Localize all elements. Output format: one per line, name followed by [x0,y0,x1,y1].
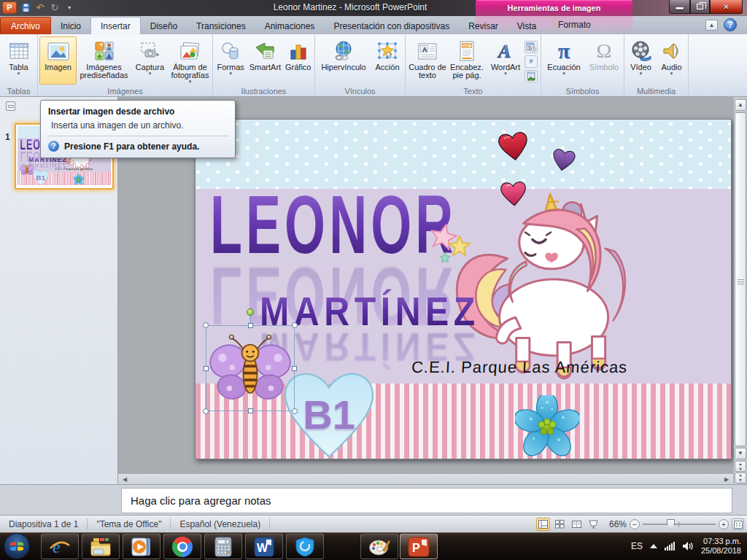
resize-handle-ne[interactable] [292,322,298,328]
help-button[interactable]: ? [724,18,737,31]
zoom-percentage[interactable]: 66% [609,519,627,529]
group-badge-text[interactable]: B1 [282,391,376,438]
restore-button[interactable] [690,0,710,14]
tab-animaciones[interactable]: Animaciones [255,18,325,34]
resize-handle-nw[interactable] [203,322,209,328]
zoom-out-button[interactable]: − [630,519,640,529]
wordart-button[interactable]: A WordArt [487,36,524,85]
taskbar-media-player[interactable] [123,534,160,559]
taskbar-chrome[interactable] [163,534,201,559]
group-label-multimedia: Multimedia [624,87,688,96]
photo-album-button[interactable]: Álbum de fotografías [169,36,211,85]
resize-handle-sw[interactable] [203,408,209,414]
purple-heart-image[interactable] [551,147,576,172]
resize-handle-w[interactable] [204,366,209,371]
zoom-slider-thumb[interactable] [667,519,675,529]
action-button[interactable]: Acción [371,36,403,85]
smartart-button[interactable]: SmartArt [247,36,282,85]
zoom-slider[interactable] [643,519,716,529]
shapes-button[interactable]: Formas [214,36,247,85]
previous-slide-button[interactable]: ▲▲ [735,461,746,472]
show-hidden-icons-button[interactable] [650,544,657,548]
resize-handle-s[interactable] [248,408,253,413]
vertical-scrollbar[interactable]: ▲ ▼ ▲▲ ▼▼ [734,97,747,484]
flower-image[interactable] [515,395,579,458]
school-name-text[interactable]: C.E.I. Parque Las Américas [55,168,96,171]
next-slide-button[interactable]: ▼▼ [735,472,746,483]
reading-view-button[interactable] [570,518,584,531]
taskbar-internet-explorer[interactable]: e [41,534,79,559]
status-language[interactable]: Español (Venezuela) [171,518,270,530]
tab-vista[interactable]: Vista [508,18,546,34]
date-time-icon[interactable]: 5 [525,41,538,53]
insert-object-icon[interactable] [525,70,538,82]
taskbar-paint[interactable] [360,534,398,559]
resize-handle-e[interactable] [292,366,297,371]
network-icon[interactable] [665,542,675,551]
minimize-button[interactable]: ▬ [669,0,690,14]
zoom-in-button[interactable]: + [719,519,729,529]
tab-presentacion[interactable]: Presentación con diapositivas [324,18,459,34]
slide-canvas[interactable]: LEONOR LEONOR [195,119,732,459]
tab-revisar[interactable]: Revisar [459,18,508,34]
group-label-ilustraciones: Ilustraciones [213,87,314,96]
start-button[interactable] [4,533,30,559]
paint-icon [368,537,390,556]
collapse-panel-button[interactable]: ▭ [6,101,15,111]
normal-view-button[interactable] [536,518,550,531]
slide-sorter-view-button[interactable] [553,518,567,531]
notes-bar: Haga clic para agregar notas [0,484,747,515]
status-theme[interactable]: "Tema de Office" [88,518,171,530]
school-name-text[interactable]: C.E.I. Parque Las Américas [411,358,645,377]
clock[interactable]: 07:33 p.m. 25/08/2018 [701,537,741,556]
smartart-icon [255,39,275,63]
close-button[interactable]: ✕ [710,0,743,14]
scroll-down-icon[interactable]: ▼ [735,448,746,459]
tab-inicio[interactable]: Inicio [51,18,90,34]
tab-transiciones[interactable]: Transiciones [187,18,255,34]
scroll-left-icon[interactable]: ◀ [120,475,130,484]
tooltip-description: Inserta una imagen de un archivo. [41,119,235,136]
scroll-right-icon[interactable]: ▶ [721,475,732,484]
video-button[interactable]: Vídeo [626,36,656,85]
equation-button[interactable]: π Ecuación [543,36,585,85]
red-heart-image[interactable] [497,130,530,162]
tab-diseno[interactable]: Diseño [141,18,187,34]
group-badge-text[interactable]: B1 [33,174,50,182]
taskbar-powerpoint[interactable]: P [400,534,438,559]
scroll-up-icon[interactable]: ▲ [735,99,746,111]
language-indicator[interactable]: ES [631,541,643,551]
horizontal-scrollbar[interactable]: ◀ ▶ [118,473,733,484]
resize-handle-n[interactable] [248,323,253,328]
tab-formato[interactable]: Formato [549,17,600,33]
status-slide-info[interactable]: Diapositiva 1 de 1 [0,518,88,530]
clipart-button[interactable]: Imágenes prediseñadas [77,36,131,85]
butterfly-image[interactable] [20,163,34,176]
chart-button[interactable]: Gráfico [284,36,313,85]
header-footer-button[interactable]: Encabez. pie pág. [447,36,487,85]
taskbar-windows-explorer[interactable] [82,534,120,559]
taskbar-calculator[interactable]: 0 [204,534,242,559]
flower-image[interactable] [73,174,84,185]
tab-insertar[interactable]: Insertar [90,17,141,34]
audio-button[interactable]: Audio [657,36,686,85]
taskbar-hotspot-shield[interactable] [286,534,324,559]
slide-number-icon[interactable]: # [525,55,538,68]
symbol-button[interactable]: Ω Símbolo [586,36,622,85]
fit-to-window-button[interactable] [732,518,744,530]
slideshow-view-button[interactable] [587,518,600,531]
scrollbar-thumb[interactable] [735,112,746,446]
volume-icon[interactable] [682,541,694,551]
hyperlink-button[interactable]: Hipervínculo [317,36,371,85]
resize-handle-se[interactable] [292,408,298,414]
textbox-button[interactable]: A Cuadro de texto [409,36,446,85]
screenshot-button[interactable]: Captura [131,36,169,85]
selection-box[interactable] [206,325,295,411]
insert-picture-button[interactable]: Imagen [39,36,77,85]
rotation-handle[interactable] [247,308,254,316]
notes-panel[interactable]: Haga clic para agregar notas [121,488,732,513]
collapse-ribbon-button[interactable]: ▲ [705,20,718,31]
insert-table-button[interactable]: Tabla [9,36,29,85]
taskbar-word[interactable]: W [245,534,283,559]
tab-archivo[interactable]: Archivo [0,17,51,34]
